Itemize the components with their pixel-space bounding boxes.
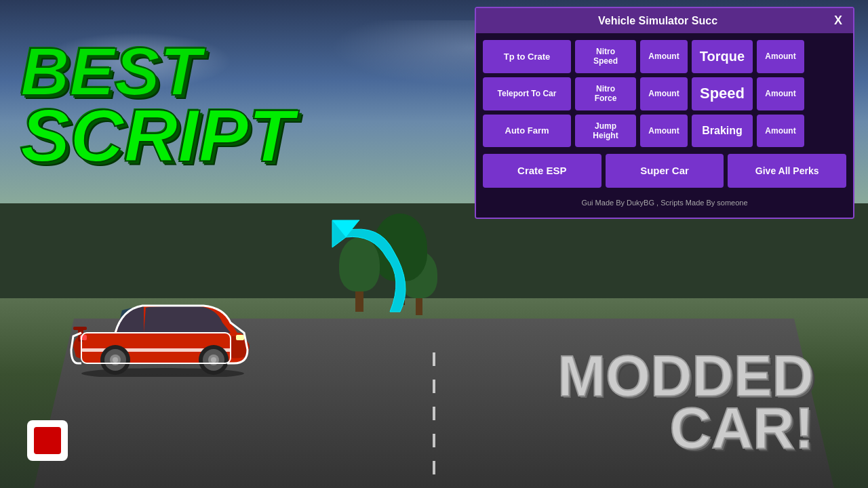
tp-to-crate-button[interactable]: Tp to Crate: [483, 40, 571, 73]
roblox-logo: [27, 420, 68, 461]
best-script-text: BEST SCRIPT: [20, 41, 294, 169]
arrow-svg: [292, 217, 427, 325]
svg-point-12: [113, 357, 118, 363]
super-car-button[interactable]: Super Car: [606, 154, 724, 188]
gui-titlebar: Vehicle Simulator Succ X: [476, 8, 853, 33]
auto-farm-button[interactable]: Auto Farm: [483, 115, 571, 148]
gui-close-button[interactable]: X: [831, 14, 845, 28]
car-label-text: CAR!: [557, 403, 814, 455]
car-image: [68, 268, 258, 380]
braking-button[interactable]: Braking: [692, 115, 753, 148]
gui-content: Tp to Crate NitroSpeed Amount Torque Amo…: [476, 33, 853, 218]
amount-5-button[interactable]: Amount: [640, 115, 688, 148]
gui-window: Vehicle Simulator Succ X Tp to Crate Nit…: [475, 7, 854, 219]
gui-title: Vehicle Simulator Succ: [484, 15, 831, 27]
crate-esp-button[interactable]: Crate ESP: [483, 154, 601, 188]
gui-footer: Gui Made By DukyBG , Scripts Made By som…: [483, 195, 846, 211]
jump-height-button[interactable]: JumpHeight: [575, 115, 636, 148]
svg-rect-13: [236, 335, 244, 340]
gui-bottom-row: Crate ESP Super Car Give All Perks: [483, 154, 846, 188]
road-center-line: [433, 352, 435, 474]
nitro-force-button[interactable]: NitroForce: [575, 77, 636, 110]
modded-car-text: MODDED CAR!: [557, 350, 814, 454]
car-svg: [68, 268, 258, 377]
give-all-perks-button[interactable]: Give All Perks: [728, 154, 846, 188]
amount-4-button[interactable]: Amount: [757, 77, 804, 110]
svg-point-8: [211, 357, 216, 363]
script-text: SCRIPT: [20, 102, 294, 169]
roblox-icon: [34, 427, 61, 454]
nitro-speed-button[interactable]: NitroSpeed: [575, 40, 636, 73]
speed-button[interactable]: Speed: [692, 77, 753, 110]
amount-1-button[interactable]: Amount: [640, 40, 688, 73]
amount-2-button[interactable]: Amount: [757, 40, 804, 73]
amount-3-button[interactable]: Amount: [640, 77, 688, 110]
svg-rect-4: [73, 327, 87, 330]
best-text: BEST: [20, 41, 294, 102]
modded-text: MODDED: [557, 350, 814, 403]
torque-button[interactable]: Torque: [692, 40, 753, 73]
amount-6-button[interactable]: Amount: [757, 115, 804, 148]
teleport-to-car-button[interactable]: Teleport To Car: [483, 77, 571, 110]
